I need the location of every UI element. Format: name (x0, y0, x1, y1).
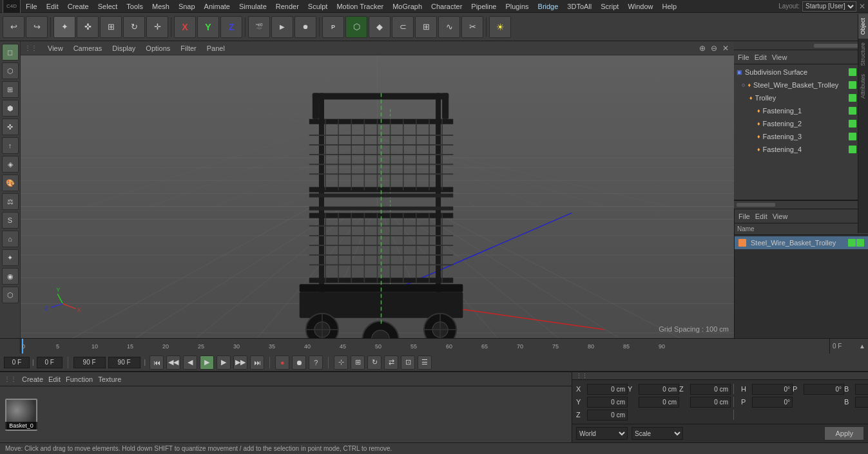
auto-key-btn[interactable]: ⏺ (292, 355, 306, 370)
move-btn[interactable]: ✜ (77, 16, 99, 38)
left-obj-btn[interactable]: ◉ (2, 268, 19, 285)
redo-btn[interactable]: ↪ (26, 16, 48, 38)
obj-row-subdivision[interactable]: ▣ Subdivision Surface (734, 66, 868, 79)
attr-menu-view[interactable]: View (773, 213, 788, 220)
attr-row-basket-trolley[interactable]: Steel_Wire_Basket_Trolley (735, 236, 868, 249)
key-btn[interactable]: ? (309, 355, 323, 370)
attr-menu-file[interactable]: File (738, 213, 750, 220)
h-input[interactable]: 0° (752, 384, 793, 395)
apply-button[interactable]: Apply (824, 426, 864, 440)
viewport-menu-view[interactable]: View (45, 44, 66, 52)
obj-row-fastening1[interactable]: ♦ Fastening_1 (734, 104, 868, 117)
obj-menu-view[interactable]: View (772, 53, 787, 61)
tab-attributes[interactable]: Attributes (858, 70, 868, 102)
point-btn[interactable]: ◆ (369, 16, 391, 38)
menu-file[interactable]: File (22, 3, 41, 10)
coord-mode-select[interactable]: World (576, 427, 628, 440)
select-btn[interactable]: ✦ (53, 16, 75, 38)
material-thumbnail-wrapper[interactable]: Basket_0 (5, 399, 37, 431)
b2-input[interactable]: 0° (855, 397, 868, 408)
mat-menu-edit[interactable]: Edit (48, 375, 61, 383)
mode-btn[interactable]: ⊞ (351, 355, 365, 370)
next-frame-btn[interactable]: ▶ (217, 355, 231, 370)
viewport-menu-options[interactable]: Options (143, 44, 173, 52)
menu-motion-tracker[interactable]: Motion Tracker (333, 3, 387, 10)
left-soft-btn[interactable]: ◈ (2, 156, 19, 173)
viewport-maximize-btn[interactable]: ⊕ (698, 43, 707, 54)
prev-key-btn[interactable]: ◀◀ (166, 355, 180, 370)
menu-render[interactable]: Render (272, 3, 303, 10)
viewport-menu-cameras[interactable]: Cameras (71, 44, 105, 52)
go-start-btn[interactable]: ⏮ (149, 355, 164, 370)
poly-btn[interactable]: P (322, 16, 344, 38)
current-frame-field[interactable]: 0 F (37, 357, 63, 368)
mat-menu-texture[interactable]: Texture (98, 375, 121, 383)
y2-pos-input[interactable]: 0 cm (587, 397, 628, 408)
knife-btn[interactable]: ✂ (461, 16, 483, 38)
start-frame-field[interactable]: 0 F (4, 357, 30, 368)
menu-snap[interactable]: Snap (175, 3, 199, 10)
menu-simulate[interactable]: Simulate (235, 3, 271, 10)
menu-select[interactable]: Select (94, 3, 122, 10)
viewport-close-btn[interactable]: ✕ (721, 43, 730, 54)
viewport-menu-display[interactable]: Display (110, 44, 138, 52)
attr-state-vis[interactable] (848, 239, 856, 247)
viewport-min-btn[interactable]: ⊖ (709, 43, 719, 54)
obj-row-fastening4[interactable]: ♦ Fastening_4 (734, 143, 868, 156)
render-view-btn[interactable]: 🎬 (248, 16, 270, 38)
tab-structure[interactable]: Structure (858, 41, 868, 70)
left-mat-btn[interactable]: ⬡ (2, 287, 19, 303)
left-texture-btn[interactable]: ⬡ (2, 62, 19, 79)
obj-row-basket-trolley[interactable]: ○ ♦ Steel_Wire_Basket_Trolley (734, 79, 868, 91)
obj-state-visible-f3[interactable] (849, 133, 856, 140)
record-btn[interactable]: ● (275, 355, 289, 370)
menu-character[interactable]: Character (427, 3, 466, 10)
left-model-btn[interactable]: ◻ (2, 44, 19, 61)
rotate-btn[interactable]: ↻ (123, 16, 145, 38)
left-char-btn[interactable]: S (2, 212, 19, 229)
loop-btn[interactable]: ↻ (367, 355, 381, 370)
menu-tools[interactable]: Tools (122, 3, 147, 10)
menu-mograph[interactable]: MoGraph (389, 3, 426, 10)
menu-pipeline[interactable]: Pipeline (467, 3, 500, 10)
menu-3dtoall[interactable]: 3DToAll (563, 3, 595, 10)
obj-state-visible-1[interactable] (849, 81, 856, 89)
next-key-btn[interactable]: ▶▶ (233, 355, 247, 370)
timeline-view-btn[interactable]: ☰ (418, 355, 432, 370)
mat-menu-function[interactable]: Function (66, 375, 93, 383)
obj-menu-edit[interactable]: Edit (755, 53, 767, 61)
attr-state-ren[interactable] (856, 239, 864, 247)
y-axis-btn[interactable]: Y (197, 16, 219, 38)
preview-range-field[interactable]: 90 F (108, 357, 140, 368)
ping-pong-btn[interactable]: ⇄ (384, 355, 398, 370)
obj-state-visible-2[interactable] (849, 94, 856, 102)
z-axis-btn[interactable]: Z (220, 16, 242, 38)
menu-window[interactable]: Window (624, 3, 657, 10)
obj-row-trolley[interactable]: ♦ Trolley (734, 91, 868, 104)
go-end-btn[interactable]: ⏭ (250, 355, 264, 370)
play-btn[interactable]: ▶ (200, 355, 214, 370)
left-snap-btn[interactable]: ✦ (2, 249, 19, 266)
left-rig-btn[interactable]: ⌂ (2, 231, 19, 247)
loop-btn[interactable]: ⊂ (392, 16, 414, 38)
timeline-inner[interactable]: 0 5 10 15 20 25 30 35 40 45 50 55 60 65 … (21, 339, 829, 354)
mat-menu-create[interactable]: Create (22, 375, 43, 383)
obj-state-visible-f4[interactable] (849, 146, 856, 153)
timeline-end-arrow[interactable]: ▲ (859, 343, 865, 350)
menu-script[interactable]: Script (597, 3, 622, 10)
prev-frame-btn[interactable]: ◀ (183, 355, 197, 370)
obj-state-visible-f2[interactable] (849, 120, 856, 128)
left-vertex-btn[interactable]: ⬢ (2, 100, 19, 117)
menu-plugins[interactable]: Plugins (501, 3, 532, 10)
undo-btn[interactable]: ↩ (3, 16, 24, 38)
obj-state-visible-f1[interactable] (849, 107, 856, 115)
z2-pos-input[interactable]: 0 cm (587, 410, 628, 421)
menu-sculpt[interactable]: Sculpt (304, 3, 332, 10)
scale-mode-select[interactable]: Scale (632, 427, 683, 440)
sz-input[interactable]: 0 cm (690, 397, 731, 408)
b-input[interactable]: 0° (855, 384, 868, 395)
edge-btn[interactable]: ⬡ (345, 16, 367, 38)
x-axis-btn[interactable]: X (174, 16, 196, 38)
fps-field[interactable]: 90 F (73, 357, 106, 368)
attr-menu-edit[interactable]: Edit (755, 213, 767, 220)
